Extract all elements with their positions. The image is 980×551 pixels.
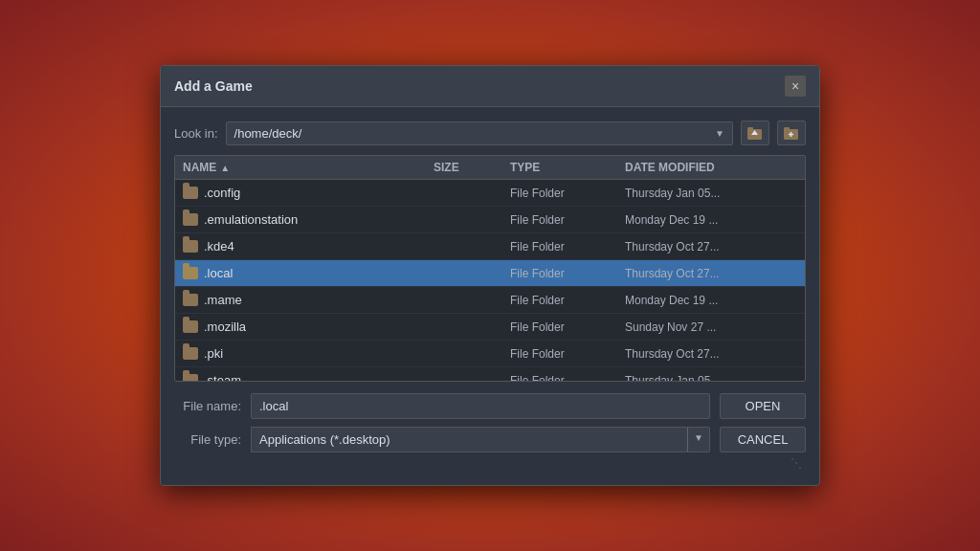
file-list-header: NAME ▲ SIZE TYPE DATE MODIFIED — [175, 156, 805, 180]
file-date-cell: Thursday Oct 27... — [625, 240, 797, 253]
file-type-cell: File Folder — [510, 213, 625, 227]
table-row[interactable]: .steam File Folder Thursday Jan 05... — [175, 367, 805, 381]
file-name-text: .mozilla — [204, 320, 246, 334]
title-bar: Add a Game × — [161, 66, 819, 107]
file-date-cell: Thursday Jan 05... — [625, 187, 797, 200]
file-name-text: .config — [204, 186, 240, 200]
sort-arrow-icon: ▲ — [220, 163, 230, 173]
dialog-title: Add a Game — [174, 78, 253, 94]
table-row[interactable]: .config File Folder Thursday Jan 05... — [175, 180, 805, 207]
file-date-cell: Monday Dec 19 ... — [625, 213, 797, 227]
new-folder-icon — [784, 126, 799, 140]
file-name-text: .kde4 — [204, 239, 234, 253]
look-in-combo[interactable]: /home/deck/ ▼ — [226, 121, 733, 145]
table-row[interactable]: .emulationstation File Folder Monday Dec… — [175, 207, 805, 233]
folder-up-button[interactable] — [741, 121, 769, 145]
file-date-cell: Monday Dec 19 ... — [625, 294, 797, 307]
file-name-cell: .mozilla — [183, 320, 434, 334]
file-name-cell: .config — [183, 186, 434, 200]
table-row[interactable]: .mozilla File Folder Sunday Nov 27 ... — [175, 314, 805, 341]
folder-icon — [183, 320, 198, 333]
file-name-cell: .kde4 — [183, 239, 434, 253]
col-type-header[interactable]: TYPE — [510, 161, 625, 174]
table-row[interactable]: .pki File Folder Thursday Oct 27... — [175, 341, 805, 367]
look-in-arrow-icon: ▼ — [715, 128, 724, 139]
file-type-cell: File Folder — [510, 320, 625, 334]
resize-handle[interactable]: ⋱ — [174, 452, 806, 472]
bottom-fields: File name: OPEN File type: Applications … — [174, 393, 806, 452]
table-row[interactable]: .local File Folder Thursday Oct 27... — [175, 260, 805, 287]
add-game-dialog: Add a Game × Look in: /home/deck/ ▼ — [160, 65, 820, 486]
file-type-cell: File Folder — [510, 267, 625, 280]
folder-icon — [183, 267, 198, 279]
file-type-cell: File Folder — [510, 240, 625, 253]
folder-icon — [183, 294, 198, 306]
file-type-combo[interactable]: Applications (*.desktop) — [251, 427, 687, 452]
col-name-header[interactable]: NAME ▲ — [183, 161, 434, 174]
file-list-container: NAME ▲ SIZE TYPE DATE MODIFIED .config F… — [174, 155, 806, 382]
file-date-cell: Sunday Nov 27 ... — [625, 320, 797, 334]
file-type-cell: File Folder — [510, 187, 625, 200]
dialog-body: Look in: /home/deck/ ▼ — [161, 107, 819, 485]
folder-icon — [183, 374, 198, 381]
table-row[interactable]: .mame File Folder Monday Dec 19 ... — [175, 287, 805, 314]
file-name-text: .steam — [204, 373, 241, 381]
folder-up-icon — [747, 126, 763, 140]
file-type-cell: File Folder — [510, 347, 625, 361]
file-name-label: File name: — [174, 399, 241, 413]
table-row[interactable]: .kde4 File Folder Thursday Oct 27... — [175, 233, 805, 260]
folder-icon — [183, 347, 198, 360]
file-type-arrow-icon[interactable]: ▼ — [687, 427, 710, 452]
folder-icon — [183, 187, 198, 199]
file-name-cell: .emulationstation — [183, 212, 434, 227]
file-type-cell: File Folder — [510, 294, 625, 307]
file-name-cell: .steam — [183, 373, 434, 381]
file-name-text: .local — [204, 266, 233, 280]
look-in-label: Look in: — [174, 126, 218, 141]
col-size-header[interactable]: SIZE — [434, 161, 510, 174]
svg-rect-4 — [784, 127, 790, 131]
file-date-cell: Thursday Oct 27... — [625, 347, 797, 361]
file-name-input[interactable] — [251, 393, 710, 419]
file-type-row: File type: Applications (*.desktop) ▼ CA… — [174, 427, 806, 452]
open-button[interactable]: OPEN — [720, 393, 806, 419]
new-folder-button[interactable] — [777, 121, 806, 145]
file-name-text: .emulationstation — [204, 212, 298, 227]
col-date-header[interactable]: DATE MODIFIED — [625, 161, 797, 174]
file-name-text: .mame — [204, 293, 242, 307]
cancel-button[interactable]: CANCEL — [720, 427, 806, 452]
file-name-cell: .local — [183, 266, 434, 280]
file-name-cell: .pki — [183, 346, 434, 361]
svg-rect-1 — [747, 127, 753, 131]
file-type-label: File type: — [174, 432, 241, 447]
look-in-row: Look in: /home/deck/ ▼ — [174, 121, 806, 145]
file-name-cell: .mame — [183, 293, 434, 307]
file-type-value: Applications (*.desktop) — [259, 432, 390, 447]
file-name-text: .pki — [204, 346, 223, 361]
close-button[interactable]: × — [785, 76, 806, 97]
file-date-cell: Thursday Oct 27... — [625, 267, 797, 280]
file-type-combo-wrapper: Applications (*.desktop) ▼ — [251, 427, 710, 452]
file-list[interactable]: .config File Folder Thursday Jan 05... .… — [175, 180, 805, 381]
folder-icon — [183, 213, 198, 226]
file-date-cell: Thursday Jan 05... — [625, 374, 797, 382]
file-type-cell: File Folder — [510, 374, 625, 382]
look-in-path: /home/deck/ — [234, 126, 302, 141]
folder-icon — [183, 240, 198, 253]
file-name-row: File name: OPEN — [174, 393, 806, 419]
